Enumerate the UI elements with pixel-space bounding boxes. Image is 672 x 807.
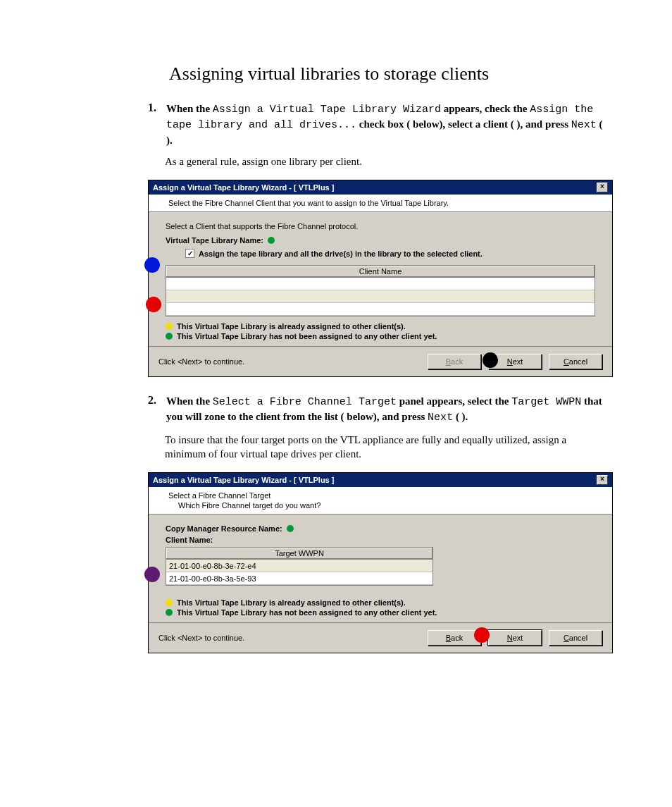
client-table: Client Name (166, 265, 595, 316)
step-2-note: To insure that the four target ports on … (165, 433, 602, 462)
assign-all-checkbox[interactable]: ✓ (185, 249, 194, 258)
client-name-label: Client Name: (166, 536, 595, 544)
client-table-row-2[interactable] (166, 290, 595, 303)
annotation-dot-red-1 (146, 297, 161, 312)
dialog-1-title: Assign a Virtual Tape Library Wizard - [… (153, 183, 334, 192)
green-bullet-icon-2 (166, 609, 173, 616)
cancel-button-1[interactable]: Cancel (549, 354, 602, 369)
next-button-2[interactable]: Next (488, 630, 542, 646)
annotation-dot-red-2 (474, 627, 490, 643)
step-2-text-a: When the (166, 395, 213, 407)
yellow-bullet-icon (166, 323, 173, 330)
annotation-dot-blue (144, 257, 160, 273)
dialog-assign-vtl-1: Assign a Virtual Tape Library Wizard - [… (148, 180, 613, 377)
step-1-text-d: below), select a client ( (410, 118, 514, 130)
yellow-bullet-icon-2 (166, 599, 173, 606)
titlebar-1: Assign a Virtual Tape Library Wizard - [… (149, 180, 612, 195)
wwpn-row-2[interactable]: 21-01-00-e0-8b-3a-5e-93 (166, 572, 433, 585)
step-1-wizard-name: Assign a Virtual Tape Library Wizard (213, 104, 441, 116)
dialog-2-footer-text: Click <Next> to continue. (158, 634, 244, 642)
wwpn-row-1[interactable]: 21-01-00-e0-8b-3e-72-e4 (166, 560, 433, 572)
annotation-dot-purple (144, 567, 160, 582)
dialog-2-sh-sub: Which Fibre Channel target do you want? (178, 501, 592, 510)
close-icon[interactable]: × (597, 183, 608, 192)
step-1-text-c: check box ( (356, 118, 410, 130)
step-1-next: Next (571, 119, 597, 131)
client-table-row-1[interactable] (166, 278, 595, 290)
dialog-assign-vtl-2: Assign a Virtual Tape Library Wizard - [… (148, 472, 613, 653)
step-1-text-e: ), and press (514, 118, 571, 130)
dialog-1-footer-text: Click <Next> to continue. (158, 357, 244, 366)
titlebar-2: Assign a Virtual Tape Library Wizard - [… (149, 473, 612, 487)
step-2: 2. When the Select a Fibre Channel Targe… (148, 394, 616, 426)
wwpn-table-header: Target WWPN (166, 548, 433, 560)
dialog-1-instruction: Select a Client that supports the Fibre … (166, 222, 595, 230)
green-status-icon-2 (287, 525, 294, 532)
step-1: 1. When the Assign a Virtual Tape Librar… (148, 101, 616, 147)
close-icon-2[interactable]: × (597, 475, 608, 485)
step-2-text-b: panel appears, select the (397, 395, 511, 407)
step-2-panel-name: Select a Fibre Channel Target (213, 396, 397, 408)
legend-green-2: This Virtual Tape Library has not been a… (177, 608, 437, 617)
cancel-button-2[interactable]: Cancel (549, 630, 602, 646)
client-table-row-3[interactable] (166, 303, 595, 316)
back-button-2[interactable]: Back (428, 630, 481, 646)
step-2-text-d: below), and press (344, 411, 428, 422)
annotation-dot-black (483, 352, 498, 368)
back-button-1[interactable]: Back (428, 354, 481, 369)
green-bullet-icon (166, 333, 173, 340)
step-2-next: Next (428, 412, 453, 424)
wwpn-table: Target WWPN 21-01-00-e0-8b-3e-72-e4 21-0… (166, 547, 433, 586)
assign-all-checkbox-label: Assign the tape library and all the driv… (199, 250, 483, 258)
cmrn-label: Copy Manager Resource Name: (166, 524, 282, 533)
legend-green-1: This Virtual Tape Library has not been a… (177, 332, 437, 340)
page-heading: Assigning virtual libraries to storage c… (169, 63, 616, 85)
vtl-name-label: Virtual Tape Library Name: (166, 236, 263, 245)
dialog-2-subheader: Select a Fibre Channel Target Which Fibr… (149, 487, 612, 515)
step-2-target-mono: Target WWPN (511, 396, 581, 408)
legend-yellow-1: This Virtual Tape Library is already ass… (177, 322, 406, 331)
step-1-text-b: appears, check the (441, 103, 530, 114)
legend-yellow-2: This Virtual Tape Library is already ass… (177, 598, 406, 607)
dialog-2-title: Assign a Virtual Tape Library Wizard - [… (153, 476, 334, 484)
dialog-1-subtitle: Select the Fibre Channel Client that you… (168, 199, 592, 207)
dialog-1-subheader: Select the Fibre Channel Client that you… (149, 195, 612, 212)
step-1-note: As a general rule, assign one library pe… (165, 154, 602, 168)
step-1-text-a: When the (166, 103, 213, 114)
dialog-2-sh-title: Select a Fibre Channel Target (168, 491, 592, 500)
client-table-header: Client Name (166, 266, 595, 278)
green-status-icon (268, 237, 275, 244)
step-2-number: 2. (148, 394, 163, 407)
step-1-number: 1. (148, 101, 163, 114)
step-2-text-e: ( ). (453, 411, 468, 422)
